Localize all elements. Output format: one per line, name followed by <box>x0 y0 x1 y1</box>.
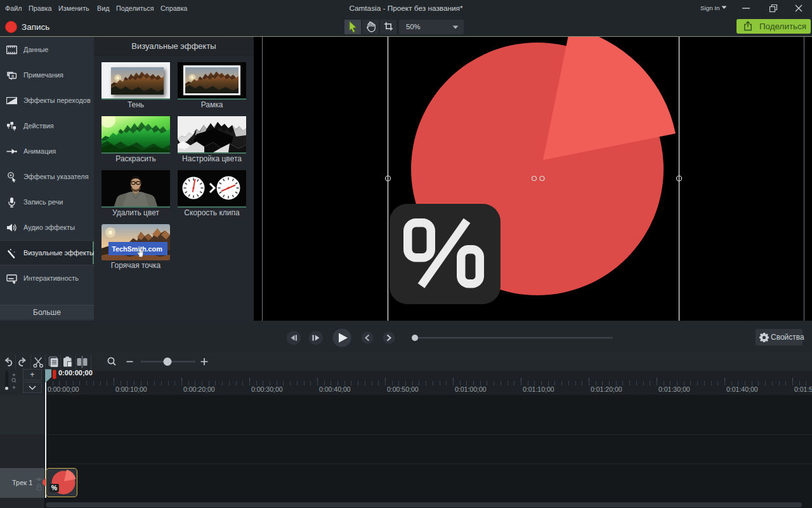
svg-text:a: a <box>11 74 14 78</box>
svg-text:TechSmith.com: TechSmith.com <box>112 245 162 253</box>
